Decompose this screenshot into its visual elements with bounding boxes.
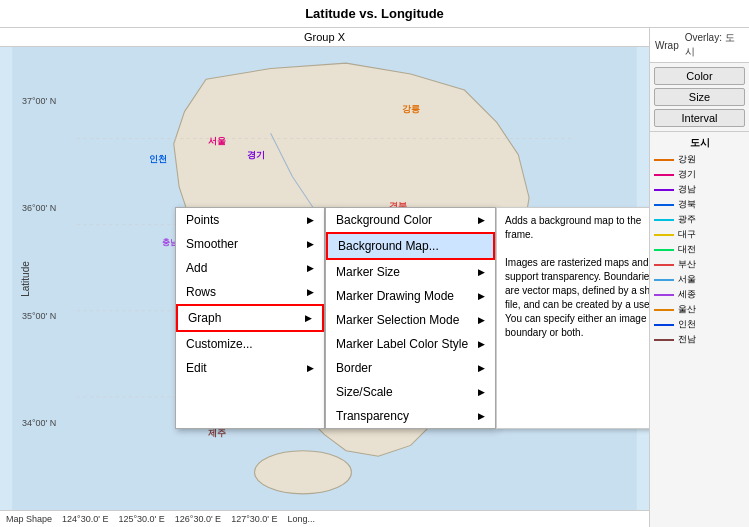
bottom-bar: Map Shape 124°30.0' E 125°30.0' E 126°30… — [0, 510, 649, 527]
submenu-label-size-scale: Size/Scale — [336, 385, 393, 399]
legend-area: 도시 강원 경기 경남 경북 — [650, 132, 749, 527]
submenu: Background Color ▶ Background Map... Mar… — [325, 207, 496, 429]
city-incheon: 인천 — [149, 153, 167, 166]
legend-item-daegu: 대구 — [654, 228, 745, 241]
submenu-item-bg-color[interactable]: Background Color ▶ — [326, 208, 495, 232]
legend-item-gangwon: 강원 — [654, 153, 745, 166]
legend-label-jeonnam: 전남 — [678, 333, 696, 346]
legend-color-gyeongbuk — [654, 204, 674, 206]
menu-item-add[interactable]: Add ▶ — [176, 256, 324, 280]
menu-item-customize[interactable]: Customize... — [176, 332, 324, 356]
right-panel: Wrap Overlay: 도시 Color Size Interval 도시 … — [649, 28, 749, 527]
submenu-item-bg-map[interactable]: Background Map... — [326, 232, 495, 260]
legend-color-gyeongnam — [654, 189, 674, 191]
submenu-item-marker-drawing[interactable]: Marker Drawing Mode ▶ — [326, 284, 495, 308]
submenu-label-bg-map: Background Map... — [338, 239, 439, 253]
arrow-edit: ▶ — [307, 363, 314, 373]
legend-item-gwangju: 광주 — [654, 213, 745, 226]
content-area: Group X — [0, 28, 749, 527]
legend-color-daegu — [654, 234, 674, 236]
arrow-marker-label: ▶ — [478, 339, 485, 349]
right-buttons: Color Size Interval — [650, 63, 749, 132]
legend-color-gwangju — [654, 219, 674, 221]
legend-label-sejong: 세종 — [678, 288, 696, 301]
city-gyeonggi: 경기 — [247, 149, 265, 162]
submenu-item-transparency[interactable]: Transparency ▶ — [326, 404, 495, 428]
legend-item-ulsan: 울산 — [654, 303, 745, 316]
submenu-item-marker-selection[interactable]: Marker Selection Mode ▶ — [326, 308, 495, 332]
lon-label-1: 124°30.0' E — [62, 514, 108, 524]
legend-label-seoul: 서울 — [678, 273, 696, 286]
lon-label-2: 125°30.0' E — [118, 514, 164, 524]
context-menu-container: Points ▶ Smoother ▶ Add ▶ Rows — [175, 207, 649, 429]
wrap-label: Wrap — [655, 40, 679, 51]
menu-item-edit[interactable]: Edit ▶ — [176, 356, 324, 380]
menu-label-customize: Customize... — [186, 337, 253, 351]
arrow-marker-size: ▶ — [478, 267, 485, 277]
city-gangneung: 강릉 — [402, 103, 420, 116]
submenu-label-marker-drawing: Marker Drawing Mode — [336, 289, 454, 303]
legend-label-gwangju: 광주 — [678, 213, 696, 226]
legend-color-jeonnam — [654, 339, 674, 341]
submenu-label-transparency: Transparency — [336, 409, 409, 423]
legend-label-busan: 부산 — [678, 258, 696, 271]
size-button[interactable]: Size — [654, 88, 745, 106]
menu-label-smoother: Smoother — [186, 237, 238, 251]
left-panel: Group X — [0, 28, 649, 527]
arrow-transparency: ▶ — [478, 411, 485, 421]
legend-item-daejeon: 대전 — [654, 243, 745, 256]
submenu-item-border[interactable]: Border ▶ — [326, 356, 495, 380]
chart-title: Latitude vs. Longitude — [0, 0, 749, 28]
menu-item-rows[interactable]: Rows ▶ — [176, 280, 324, 304]
menu-label-points: Points — [186, 213, 219, 227]
tooltip-box: Adds a background map to the frame.Image… — [496, 207, 649, 429]
menu-item-points[interactable]: Points ▶ — [176, 208, 324, 232]
legend-label-daejeon: 대전 — [678, 243, 696, 256]
lon-axis-label: Long... — [287, 514, 315, 524]
legend-item-incheon: 인천 — [654, 318, 745, 331]
legend-color-ulsan — [654, 309, 674, 311]
map-area: Latitude 37°00' N 36°00' N 35°00' N 34°0… — [0, 47, 649, 510]
legend-label-gyeongnam: 경남 — [678, 183, 696, 196]
legend-label-daegu: 대구 — [678, 228, 696, 241]
map-shape-label: Map Shape — [6, 514, 52, 524]
arrow-size-scale: ▶ — [478, 387, 485, 397]
legend-label-gyeongbuk: 경북 — [678, 198, 696, 211]
group-x-label: Group X — [304, 31, 345, 43]
context-menu: Points ▶ Smoother ▶ Add ▶ Rows — [175, 207, 325, 429]
legend-item-seoul: 서울 — [654, 273, 745, 286]
legend-color-busan — [654, 264, 674, 266]
tooltip-text: Adds a background map to the frame.Image… — [505, 214, 649, 340]
group-x-bar: Group X — [0, 28, 649, 47]
legend-label-incheon: 인천 — [678, 318, 696, 331]
color-button[interactable]: Color — [654, 67, 745, 85]
legend-item-jeonnam: 전남 — [654, 333, 745, 346]
legend-label-gyeonggi: 경기 — [678, 168, 696, 181]
legend-item-gyeongbuk: 경북 — [654, 198, 745, 211]
arrow-graph: ▶ — [305, 313, 312, 323]
arrow-add: ▶ — [307, 263, 314, 273]
menu-item-graph[interactable]: Graph ▶ — [176, 304, 324, 332]
legend-color-seoul — [654, 279, 674, 281]
menu-label-add: Add — [186, 261, 207, 275]
legend-item-gyeongnam: 경남 — [654, 183, 745, 196]
legend-label-ulsan: 울산 — [678, 303, 696, 316]
menu-item-smoother[interactable]: Smoother ▶ — [176, 232, 324, 256]
legend-color-gyeonggi — [654, 174, 674, 176]
legend-color-gangwon — [654, 159, 674, 161]
arrow-border: ▶ — [478, 363, 485, 373]
interval-button[interactable]: Interval — [654, 109, 745, 127]
lon-label-3: 126°30.0' E — [175, 514, 221, 524]
lon-label-4: 127°30.0' E — [231, 514, 277, 524]
arrow-marker-drawing: ▶ — [478, 291, 485, 301]
submenu-label-marker-size: Marker Size — [336, 265, 400, 279]
submenu-item-marker-label[interactable]: Marker Label Color Style ▶ — [326, 332, 495, 356]
submenu-item-marker-size[interactable]: Marker Size ▶ — [326, 260, 495, 284]
submenu-label-marker-label: Marker Label Color Style — [336, 337, 468, 351]
legend-color-sejong — [654, 294, 674, 296]
legend-item-sejong: 세종 — [654, 288, 745, 301]
arrow-rows: ▶ — [307, 287, 314, 297]
legend-item-busan: 부산 — [654, 258, 745, 271]
legend-items: 강원 경기 경남 경북 — [654, 153, 745, 346]
submenu-item-size-scale[interactable]: Size/Scale ▶ — [326, 380, 495, 404]
